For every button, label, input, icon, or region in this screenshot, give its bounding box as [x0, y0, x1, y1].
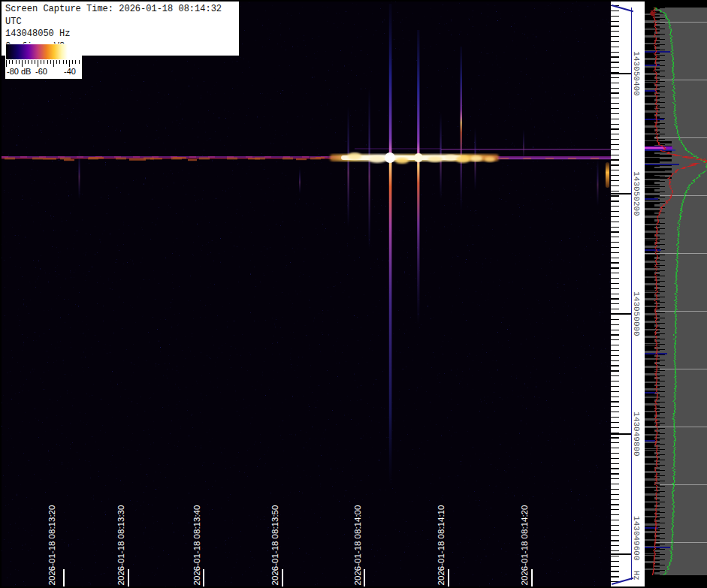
color-scale-legend: -80 dB -60 -40: [5, 44, 82, 79]
time-tick: [448, 569, 449, 586]
frequency-ruler: 143050400 143050200 143050000 143049800 …: [611, 2, 645, 586]
live-spectrum-panel: [645, 2, 707, 586]
time-tick: [364, 569, 365, 586]
time-tick: [203, 569, 204, 586]
center-frequency: 143048050 Hz: [5, 28, 235, 41]
color-scale-ticks: [6, 60, 81, 67]
major-tick: [611, 553, 631, 555]
time-tick: [128, 569, 129, 586]
spectrogram-waterfall: 2026-01-18 08:13:20 2026-01-18 08:13:30 …: [2, 2, 611, 586]
panel-bottom-band: [645, 575, 707, 586]
spectrum-traces: [645, 2, 707, 586]
scale-label-min: -80 dB: [7, 67, 31, 76]
time-tick: [282, 569, 283, 586]
noise-spikes: [645, 51, 679, 548]
color-gradient-bar: [6, 44, 81, 59]
scale-label-mid: -60: [35, 67, 47, 76]
time-tick: [531, 569, 533, 586]
time-tick: [63, 569, 65, 586]
red-trace: [651, 2, 706, 586]
major-tick: [611, 433, 631, 435]
panel-top-band: [645, 2, 707, 8]
spectrum-monitor-screen: 2026-01-18 08:13:20 2026-01-18 08:13:30 …: [0, 0, 707, 588]
major-tick: [611, 193, 631, 194]
minor-ticks: [611, 5, 619, 583]
trace-marker-dot: [650, 10, 655, 15]
major-tick: [611, 73, 631, 74]
spectrogram-plot: [2, 2, 611, 586]
scale-label-max: -40: [64, 67, 76, 76]
capture-time: Screen Capture Time: 2026-01-18 08:14:32…: [5, 3, 235, 28]
major-tick: [611, 313, 631, 315]
